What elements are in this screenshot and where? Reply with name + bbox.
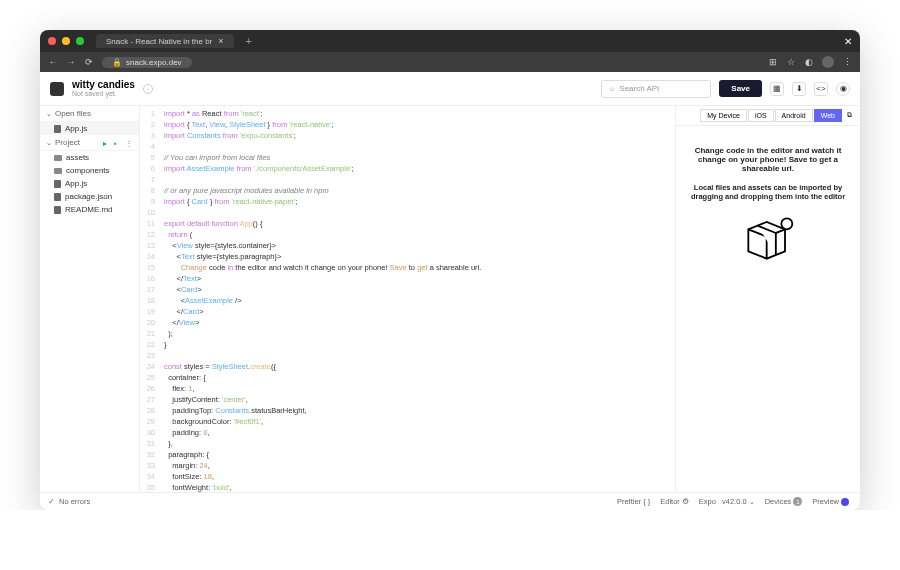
titlebar: Snack - React Native in the br × + ✕ [40,30,860,52]
main-body: ⌄ Open files App.js ⌄ Project ▸ ▪ ⋮ asse… [40,106,860,492]
preview-toggle[interactable]: Preview [809,497,852,506]
minimize-window-icon[interactable] [62,37,70,45]
expo-logo-icon [50,82,64,96]
browser-tab[interactable]: Snack - React Native in the br × [96,34,234,48]
project-file-item[interactable]: assets [40,151,139,164]
forward-icon[interactable]: → [66,57,76,67]
project-file-item[interactable]: App.js [40,177,139,190]
embed-icon[interactable]: <> [814,82,828,96]
project-file-item[interactable]: README.md [40,203,139,216]
editor-settings-button[interactable]: Editor ⚙ [657,497,692,506]
cube-illustration-icon [741,211,796,266]
project-file-item[interactable]: package.json [40,190,139,203]
chevron-down-icon: ⌄ [749,498,755,506]
preview-panel: My Device iOS Android Web ⧉ Change code … [675,106,860,492]
save-button[interactable]: Save [719,80,762,97]
status-bar: ✓ No errors Prettier { } Editor ⚙ Expo v… [40,492,860,510]
url-bar: ← → ⟳ 🔒 snack.expo.dev ⊞ ☆ ◐ ⋮ [40,52,860,72]
file-icon [54,206,61,214]
preview-message-2: Local files and assets can be imported b… [684,183,852,201]
lock-icon: 🔒 [112,58,122,67]
preview-body: Change code in the editor and watch it c… [676,126,860,492]
project-header[interactable]: ⌄ Project ▸ ▪ ⋮ [40,135,139,151]
expo-version-button[interactable]: Expo v42.0.0 ⌄ [696,497,758,506]
tab-title: Snack - React Native in the br [106,37,212,46]
search-placeholder: Search API [619,84,659,93]
chevron-down-icon: ⌄ [46,139,52,147]
file-icon [54,180,61,188]
open-files-header[interactable]: ⌄ Open files [40,106,139,122]
search-input[interactable]: ⌕ Search API [601,80,711,98]
code-editor[interactable]: 1 2 3 4 5 6 7 8 9 10 11 12 13 14 15 16 1… [140,106,675,492]
url-text: snack.expo.dev [126,58,182,67]
devices-button[interactable]: Devices 1 [762,497,806,506]
profile-avatar-icon[interactable] [822,56,834,68]
settings-icon[interactable]: ◉ [836,82,850,96]
project-file-item[interactable]: components [40,164,139,177]
file-icon [54,193,61,201]
project-title-block[interactable]: witty candies Not saved yet. [72,79,135,98]
project-subtitle: Not saved yet. [72,90,135,98]
maximize-window-icon[interactable] [76,37,84,45]
import-icon[interactable]: ⋮ [125,139,133,147]
qr-icon[interactable]: ▦ [770,82,784,96]
project-name: witty candies [72,79,135,90]
tab-web[interactable]: Web [814,109,842,122]
tab-my-device[interactable]: My Device [700,109,747,122]
prettier-button[interactable]: Prettier { } [614,497,653,506]
window-menu-icon[interactable]: ✕ [844,36,852,47]
chevron-down-icon: ⌄ [46,110,52,118]
tab-ios[interactable]: iOS [748,109,774,122]
search-icon: ⌕ [610,84,615,93]
folder-icon [54,155,62,161]
device-tabs: My Device iOS Android Web ⧉ [676,106,860,126]
gear-icon: ⚙ [682,497,689,506]
sidebar: ⌄ Open files App.js ⌄ Project ▸ ▪ ⋮ asse… [40,106,140,492]
code-content[interactable]: import * as React from 'react'; import {… [160,106,675,492]
extension-icon[interactable]: ⊞ [768,57,778,67]
file-icon [54,125,61,133]
errors-label[interactable]: No errors [59,497,90,506]
open-file-item[interactable]: App.js [40,122,139,135]
download-icon[interactable]: ⬇ [792,82,806,96]
tab-android[interactable]: Android [775,109,813,122]
new-folder-icon[interactable]: ▪ [114,139,122,147]
reload-icon[interactable]: ⟳ [84,57,94,67]
url-field[interactable]: 🔒 snack.expo.dev [102,57,192,68]
folder-icon [54,168,62,174]
browser-window: Snack - React Native in the br × + ✕ ← →… [40,30,860,510]
info-icon[interactable]: i [143,84,153,94]
close-window-icon[interactable] [48,37,56,45]
check-icon: ✓ [48,497,55,506]
back-icon[interactable]: ← [48,57,58,67]
preview-message-1: Change code in the editor and watch it c… [684,146,852,173]
app-header: witty candies Not saved yet. i ⌕ Search … [40,72,860,106]
popout-icon[interactable]: ⧉ [843,109,856,122]
menu-icon[interactable]: ⋮ [842,57,852,67]
toggle-on-icon [841,498,849,506]
close-tab-icon[interactable]: × [218,36,223,46]
new-file-icon[interactable]: ▸ [103,139,111,147]
new-tab-button[interactable]: + [246,35,252,47]
line-gutter: 1 2 3 4 5 6 7 8 9 10 11 12 13 14 15 16 1… [140,106,160,492]
star-icon[interactable]: ☆ [786,57,796,67]
extension2-icon[interactable]: ◐ [804,57,814,67]
svg-point-0 [781,218,792,229]
